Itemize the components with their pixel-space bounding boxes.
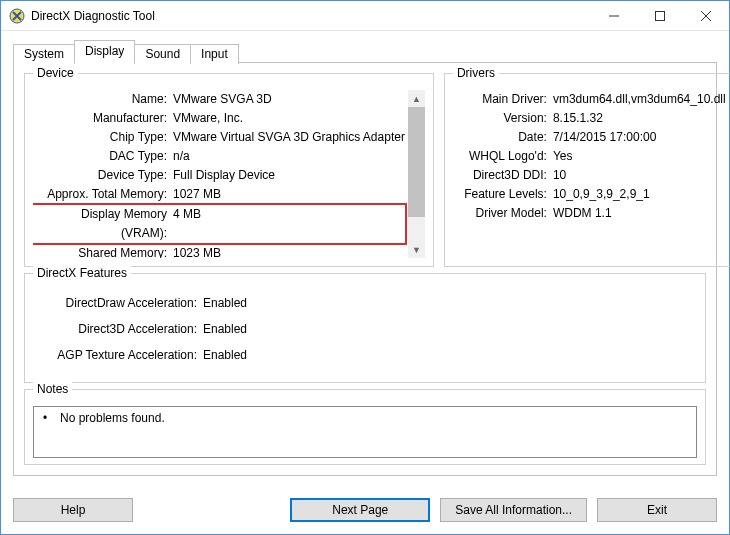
- label: Main Driver:: [453, 90, 553, 109]
- tab-input[interactable]: Input: [190, 44, 239, 64]
- tab-sound[interactable]: Sound: [134, 44, 191, 64]
- device-row-display-memory: Display Memory (VRAM): 4 MB: [33, 203, 407, 245]
- help-button[interactable]: Help: [13, 498, 133, 522]
- group-dxfeatures-legend: DirectX Features: [33, 266, 131, 280]
- label: Driver Model:: [453, 204, 553, 223]
- device-row-approx-total: Approx. Total Memory: 1027 MB: [33, 185, 405, 204]
- label: AGP Texture Acceleration:: [33, 342, 203, 368]
- device-row-manufacturer: Manufacturer: VMware, Inc.: [33, 109, 405, 128]
- value: 10: [553, 166, 726, 185]
- value: Enabled: [203, 316, 697, 342]
- device-row-device-type: Device Type: Full Display Device: [33, 166, 405, 185]
- value: Full Display Device: [173, 166, 405, 185]
- dxfeatures-row-agp: AGP Texture Acceleration: Enabled: [33, 342, 697, 368]
- group-drivers-legend: Drivers: [453, 66, 499, 80]
- label: Direct3D DDI:: [453, 166, 553, 185]
- group-device: Device Name: VMware SVGA 3D Manufacturer…: [24, 73, 434, 267]
- value: 7/14/2015 17:00:00: [553, 128, 726, 147]
- value: 8.15.1.32: [553, 109, 726, 128]
- close-button[interactable]: [683, 1, 729, 31]
- label: Version:: [453, 109, 553, 128]
- scroll-down-icon[interactable]: ▼: [408, 241, 425, 258]
- label: Chip Type:: [33, 128, 173, 147]
- tab-strip: System Display Sound Input: [13, 39, 717, 62]
- value: Enabled: [203, 290, 697, 316]
- dxfeatures-row-direct3d: Direct3D Acceleration: Enabled: [33, 316, 697, 342]
- value: VMware Virtual SVGA 3D Graphics Adapter: [173, 128, 405, 147]
- svg-rect-1: [656, 11, 665, 20]
- titlebar[interactable]: DirectX Diagnostic Tool: [1, 1, 729, 31]
- value: 1027 MB: [173, 185, 405, 204]
- value: 1023 MB: [173, 244, 405, 258]
- label: WHQL Logo'd:: [453, 147, 553, 166]
- label: DAC Type:: [33, 147, 173, 166]
- label: Direct3D Acceleration:: [33, 316, 203, 342]
- value: vm3dum64.dll,vm3dum64_10.dll: [553, 90, 726, 109]
- maximize-button[interactable]: [637, 1, 683, 31]
- app-icon: [9, 8, 25, 24]
- value: VMware, Inc.: [173, 109, 405, 128]
- value: n/a: [173, 147, 405, 166]
- next-page-button[interactable]: Next Page: [290, 498, 430, 522]
- tab-system[interactable]: System: [13, 44, 75, 64]
- drivers-row-d3d-ddi: Direct3D DDI: 10: [453, 166, 726, 185]
- drivers-row-whql: WHQL Logo'd: Yes: [453, 147, 726, 166]
- content-area: System Display Sound Input Device Name: …: [1, 31, 729, 488]
- window: DirectX Diagnostic Tool System Display S…: [0, 0, 730, 535]
- scroll-up-icon[interactable]: ▲: [408, 90, 425, 107]
- drivers-row-feature-levels: Feature Levels: 10_0,9_3,9_2,9_1: [453, 185, 726, 204]
- dxfeatures-row-directdraw: DirectDraw Acceleration: Enabled: [33, 290, 697, 316]
- button-bar: Help Next Page Save All Information... E…: [1, 488, 729, 534]
- value: 4 MB: [173, 205, 405, 224]
- label: Feature Levels:: [453, 185, 553, 204]
- group-device-legend: Device: [33, 66, 78, 80]
- minimize-button[interactable]: [591, 1, 637, 31]
- group-notes-legend: Notes: [33, 382, 72, 396]
- drivers-row-date: Date: 7/14/2015 17:00:00: [453, 128, 726, 147]
- device-row-shared-memory: Shared Memory: 1023 MB: [33, 244, 405, 258]
- device-row-chip-type: Chip Type: VMware Virtual SVGA 3D Graphi…: [33, 128, 405, 147]
- value: VMware SVGA 3D: [173, 90, 405, 109]
- exit-button[interactable]: Exit: [597, 498, 717, 522]
- label: Display Memory (VRAM):: [33, 205, 173, 243]
- tab-display[interactable]: Display: [74, 40, 135, 63]
- device-row-name: Name: VMware SVGA 3D: [33, 90, 405, 109]
- label: Device Type:: [33, 166, 173, 185]
- group-directx-features: DirectX Features DirectDraw Acceleration…: [24, 273, 706, 383]
- label: Name:: [33, 90, 173, 109]
- device-scrollbar[interactable]: ▲ ▼: [408, 90, 425, 258]
- save-all-button[interactable]: Save All Information...: [440, 498, 587, 522]
- note-item: • No problems found.: [40, 411, 690, 425]
- group-drivers: Drivers Main Driver: vm3dum64.dll,vm3dum…: [444, 73, 730, 267]
- device-row-dac-type: DAC Type: n/a: [33, 147, 405, 166]
- group-notes: Notes • No problems found.: [24, 389, 706, 465]
- label: Manufacturer:: [33, 109, 173, 128]
- label: Shared Memory:: [33, 244, 173, 258]
- label: Date:: [453, 128, 553, 147]
- drivers-row-driver-model: Driver Model: WDDM 1.1: [453, 204, 726, 223]
- notes-textarea[interactable]: • No problems found.: [33, 406, 697, 458]
- bullet-icon: •: [40, 411, 50, 425]
- note-text: No problems found.: [60, 411, 165, 425]
- label: Approx. Total Memory:: [33, 185, 173, 204]
- value: WDDM 1.1: [553, 204, 726, 223]
- label: DirectDraw Acceleration:: [33, 290, 203, 316]
- value: Yes: [553, 147, 726, 166]
- window-title: DirectX Diagnostic Tool: [31, 9, 155, 23]
- drivers-row-version: Version: 8.15.1.32: [453, 109, 726, 128]
- value: 10_0,9_3,9_2,9_1: [553, 185, 726, 204]
- scroll-thumb[interactable]: [408, 107, 425, 217]
- tab-panel-display: Device Name: VMware SVGA 3D Manufacturer…: [13, 62, 717, 476]
- value: Enabled: [203, 342, 697, 368]
- drivers-row-main-driver: Main Driver: vm3dum64.dll,vm3dum64_10.dl…: [453, 90, 726, 109]
